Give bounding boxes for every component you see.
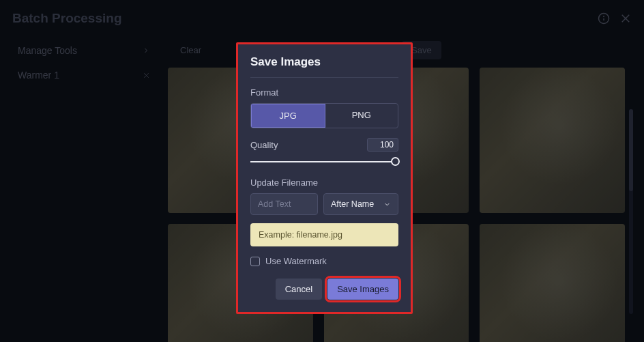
image-thumbnail[interactable] <box>480 224 625 342</box>
filename-row: After Name <box>250 193 398 215</box>
watermark-label: Use Watermark <box>265 256 327 266</box>
manage-tools-label: Manage Tools <box>18 45 77 56</box>
info-icon[interactable] <box>598 12 610 25</box>
save-images-button[interactable]: Save Images <box>327 279 398 300</box>
slider-handle[interactable] <box>391 157 400 166</box>
format-png-button[interactable]: PNG <box>325 104 398 128</box>
page-title: Batch Processing <box>12 11 122 26</box>
format-segmented: JPG PNG <box>250 103 398 128</box>
format-label: Format <box>250 87 398 98</box>
scrollbar[interactable] <box>629 109 633 314</box>
update-filename-label: Update Filename <box>250 177 398 188</box>
filename-position-select[interactable]: After Name <box>323 193 398 215</box>
sidebar-item-label: Warmer 1 <box>18 70 59 81</box>
quality-label: Quality <box>250 140 278 150</box>
quality-slider[interactable] <box>250 156 398 168</box>
image-thumbnail[interactable] <box>480 68 625 213</box>
cancel-button[interactable]: Cancel <box>276 279 322 300</box>
sidebar: Manage Tools Warmer 1 <box>12 38 156 342</box>
filename-text-input[interactable] <box>250 193 318 215</box>
chevron-down-icon <box>383 201 391 208</box>
quality-value-input[interactable]: 100 <box>367 138 398 152</box>
watermark-checkbox[interactable] <box>250 257 260 266</box>
slider-track <box>250 161 398 162</box>
header-actions <box>598 12 632 25</box>
clear-button[interactable]: Clear <box>171 41 211 59</box>
select-value: After Name <box>331 199 374 209</box>
filename-example: Example: filename.jpg <box>250 223 398 246</box>
modal-actions: Cancel Save Images <box>250 279 398 300</box>
remove-tool-icon[interactable] <box>143 72 150 79</box>
close-icon[interactable] <box>619 12 632 25</box>
format-jpg-button[interactable]: JPG <box>251 104 325 128</box>
quality-row: Quality 100 <box>250 138 398 152</box>
manage-tools-button[interactable]: Manage Tools <box>12 38 156 63</box>
batch-processing-page: Batch Processing Manage Tools Warmer 1 <box>0 0 644 342</box>
modal-title: Save Images <box>250 55 398 78</box>
page-header: Batch Processing <box>12 11 632 38</box>
save-images-modal: Save Images Format JPG PNG Quality 100 U… <box>236 42 413 314</box>
sidebar-item-warmer-1[interactable]: Warmer 1 <box>12 63 156 87</box>
scrollbar-thumb[interactable] <box>629 109 633 191</box>
watermark-row[interactable]: Use Watermark <box>250 256 398 266</box>
chevron-right-icon <box>142 46 150 55</box>
svg-point-2 <box>604 16 604 17</box>
